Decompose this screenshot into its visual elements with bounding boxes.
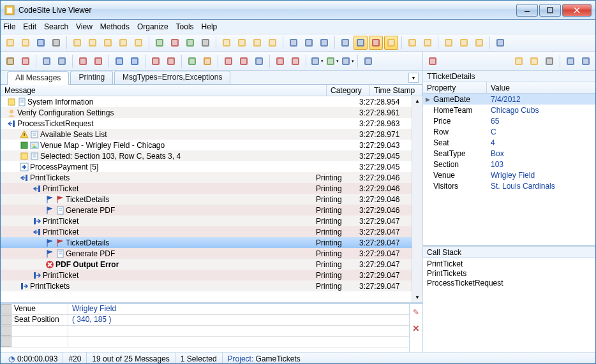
paint3-icon[interactable] xyxy=(288,54,302,68)
doc1-icon[interactable] xyxy=(40,54,54,68)
rprint-icon[interactable] xyxy=(542,54,556,68)
group-toolbar2-icon[interactable] xyxy=(235,36,249,50)
tree1-icon[interactable] xyxy=(221,54,235,68)
scroll-down-icon[interactable]: ▼ xyxy=(413,293,422,302)
message-row[interactable]: Generate PDFPrinting3:27:29.047 xyxy=(1,248,412,259)
message-row[interactable]: ProcessPayment [5]3:27:29.045 xyxy=(1,161,412,172)
grid-icon[interactable] xyxy=(317,36,331,50)
inspector-row[interactable]: Seat Position( 340, 185 ) xyxy=(1,315,409,326)
doc2-icon[interactable] xyxy=(55,54,69,68)
group-toolbar3-icon[interactable] xyxy=(250,36,264,50)
delete-icon[interactable] xyxy=(91,54,105,68)
callstack-list[interactable]: PrintTicketPrintTicketsProcessTicketRequ… xyxy=(423,258,595,352)
flag-red-icon[interactable] xyxy=(19,54,33,68)
message-row[interactable]: PrintTicketPrinting3:27:29.047 xyxy=(1,270,412,280)
diamond-icon[interactable] xyxy=(361,54,375,68)
message-row[interactable]: Selected: Section 103, Row C, Seats 3, 4… xyxy=(1,150,412,161)
link-icon[interactable] xyxy=(384,36,398,50)
panel1-icon[interactable] xyxy=(563,54,577,68)
message-row[interactable]: PDF Output ErrorPrinting3:27:29.047 xyxy=(1,259,412,270)
message-row[interactable]: TicketDetailsPrinting3:27:29.047 xyxy=(1,237,412,248)
filter-icon[interactable] xyxy=(369,36,383,50)
group-toolbar4-icon[interactable] xyxy=(265,36,279,50)
dd3-icon[interactable]: ▾ xyxy=(340,54,354,68)
collapse-icon[interactable] xyxy=(149,54,163,68)
paint-tool-icon[interactable]: ✎ xyxy=(413,308,419,317)
panel-icon[interactable] xyxy=(338,36,352,50)
callstack-line[interactable]: ProcessTicketRequest xyxy=(427,279,592,288)
help-icon[interactable] xyxy=(493,36,507,50)
find-icon[interactable] xyxy=(354,36,368,50)
message-row[interactable]: PrintTicketPrinting3:27:29.047 xyxy=(1,226,412,237)
tab-1[interactable]: Printing xyxy=(70,71,113,84)
detail-row[interactable]: VenueWrigley Field xyxy=(423,170,595,180)
show-view-icon[interactable] xyxy=(183,36,197,50)
expand-icon[interactable] xyxy=(164,54,178,68)
message-list[interactable]: System Information3:27:28.954Verify Conf… xyxy=(1,96,412,302)
output1-icon[interactable] xyxy=(405,36,419,50)
bookmark-left-icon[interactable] xyxy=(116,36,130,50)
detail-row[interactable]: ▶GameDate7/4/2012 xyxy=(423,94,595,105)
menu-view[interactable]: View xyxy=(76,22,93,31)
column-category[interactable]: Category xyxy=(327,85,370,96)
arrange-view-icon[interactable] xyxy=(198,36,212,50)
circle-icon[interactable] xyxy=(3,54,17,68)
obj-icon[interactable] xyxy=(426,54,440,68)
nav-first-icon[interactable] xyxy=(112,54,126,68)
bookmark-sun-icon[interactable] xyxy=(70,36,84,50)
list-icon[interactable] xyxy=(302,36,316,50)
message-row[interactable]: System Information3:27:28.954 xyxy=(1,96,412,107)
message-scrollbar[interactable]: ▲ ▼ xyxy=(412,96,422,302)
message-row[interactable]: ProcessTicketRequest3:27:28.963 xyxy=(1,118,412,129)
copy2-icon[interactable] xyxy=(527,54,541,68)
menu-tools[interactable]: Tools xyxy=(176,22,194,31)
menu-edit[interactable]: Edit xyxy=(23,22,36,31)
columns-icon[interactable] xyxy=(287,36,301,50)
column-message[interactable]: Message xyxy=(1,85,327,96)
inspector-row[interactable]: VenueWrigley Field xyxy=(1,304,409,315)
message-row[interactable]: PrintTicketsPrinting3:27:29.046 xyxy=(1,172,412,183)
tab-2[interactable]: MsgTypes=Errors,Exceptions xyxy=(114,71,230,84)
details-grid[interactable]: ▶GameDate7/4/2012HomeTeamChicago CubsPri… xyxy=(423,94,595,247)
detail-row[interactable]: Seat4 xyxy=(423,137,595,148)
minimize-button[interactable] xyxy=(516,4,538,17)
menu-file[interactable]: File xyxy=(3,22,15,31)
detail-row[interactable]: Price65 xyxy=(423,115,595,126)
pref2-icon[interactable] xyxy=(457,36,471,50)
open-icon[interactable] xyxy=(3,36,17,50)
tree3-icon[interactable] xyxy=(252,54,266,68)
menu-methods[interactable]: Methods xyxy=(100,22,130,31)
close-button[interactable] xyxy=(562,4,592,17)
message-row[interactable]: PrintTicketPrinting3:27:29.046 xyxy=(1,183,412,194)
paint2-icon[interactable] xyxy=(273,54,287,68)
remove-view-icon[interactable] xyxy=(168,36,182,50)
detail-row[interactable]: VisitorsSt. Louis Cardinals xyxy=(423,180,595,191)
details-column-property[interactable]: Property xyxy=(423,82,487,93)
column-timestamp[interactable]: Time Stamp xyxy=(370,85,422,96)
bookmark-icon[interactable] xyxy=(86,36,100,50)
delete-tool-icon[interactable]: ✕ xyxy=(412,323,420,333)
dd1-icon[interactable]: ▾ xyxy=(309,54,324,68)
tab-dropdown-icon[interactable]: ▾ xyxy=(408,73,419,83)
save-icon[interactable] xyxy=(34,36,48,50)
message-row[interactable]: Generate PDFPrinting3:27:29.046 xyxy=(1,205,412,215)
tree2-icon[interactable] xyxy=(237,54,251,68)
dot-orange-icon[interactable] xyxy=(200,54,214,68)
detail-row[interactable]: Section103 xyxy=(423,159,595,170)
tab-0[interactable]: All Messages xyxy=(7,71,69,85)
maximize-button[interactable] xyxy=(539,4,561,17)
pref1-icon[interactable] xyxy=(442,36,456,50)
paint-icon[interactable] xyxy=(76,54,90,68)
detail-row[interactable]: RowC xyxy=(423,126,595,137)
message-row[interactable]: PrintTicketPrinting3:27:29.047 xyxy=(1,215,412,226)
scroll-up-icon[interactable]: ▲ xyxy=(413,96,422,106)
detail-row[interactable]: HomeTeamChicago Cubs xyxy=(423,105,595,115)
pref3-icon[interactable] xyxy=(472,36,486,50)
bookmark-right-icon[interactable] xyxy=(101,36,115,50)
connect-icon[interactable] xyxy=(19,36,33,50)
details-column-value[interactable]: Value xyxy=(487,82,595,93)
panel2-icon[interactable] xyxy=(579,54,593,68)
menu-search[interactable]: Search xyxy=(44,22,68,31)
callstack-line[interactable]: PrintTickets xyxy=(427,269,592,279)
print-icon[interactable] xyxy=(49,36,63,50)
